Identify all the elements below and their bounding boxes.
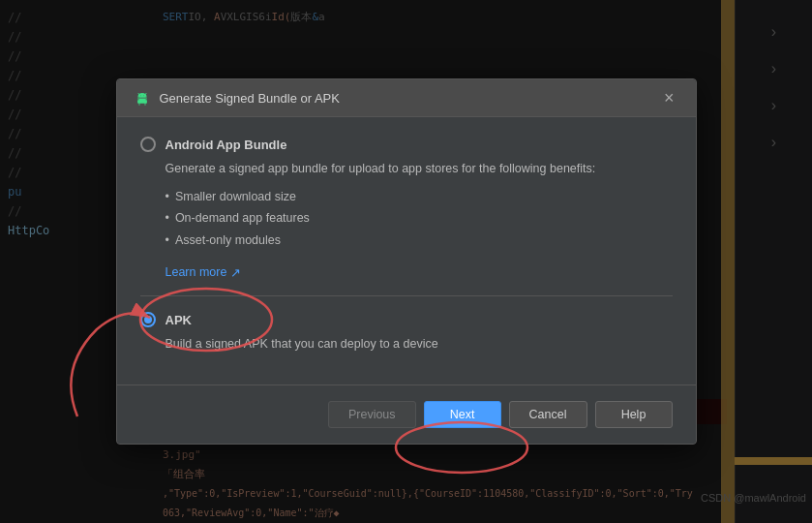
- benefits-list: Smaller download size On-demand app feat…: [165, 186, 673, 252]
- android-app-bundle-radio[interactable]: [140, 137, 156, 152]
- generate-signed-dialog: Generate Signed Bundle or APK × Android …: [116, 78, 697, 445]
- apk-description: Build a signed APK that you can deploy t…: [165, 335, 673, 354]
- benefit-item-2: On-demand app features: [165, 207, 673, 230]
- dialog-title-area: Generate Signed Bundle or APK: [133, 88, 340, 108]
- apk-radio[interactable]: [140, 312, 156, 327]
- android-app-bundle-label[interactable]: Android App Bundle: [140, 137, 673, 152]
- android-icon: [133, 88, 152, 108]
- cancel-button[interactable]: Cancel: [509, 401, 587, 428]
- bundle-description: Generate a signed app bundle for upload …: [165, 160, 673, 178]
- section-divider: [140, 295, 673, 296]
- benefit-item-3: Asset-only modules: [165, 230, 673, 252]
- dialog-footer: Previous Next Cancel Help: [117, 385, 696, 444]
- dialog-title-text: Generate Signed Bundle or APK: [160, 91, 340, 106]
- apk-option[interactable]: APK Build a signed APK that you can depl…: [140, 312, 673, 354]
- apk-label[interactable]: APK: [140, 312, 673, 327]
- dialog-body: Android App Bundle Generate a signed app…: [117, 117, 696, 385]
- learn-more-link[interactable]: Learn more ↗: [165, 265, 242, 280]
- apk-text: APK: [165, 313, 192, 327]
- previous-button[interactable]: Previous: [328, 401, 416, 428]
- android-app-bundle-text: Android App Bundle: [165, 138, 287, 152]
- dialog-titlebar: Generate Signed Bundle or APK ×: [117, 79, 696, 117]
- benefit-item-1: Smaller download size: [165, 186, 673, 208]
- help-button[interactable]: Help: [595, 401, 673, 428]
- android-app-bundle-option[interactable]: Android App Bundle Generate a signed app…: [140, 137, 673, 280]
- next-button[interactable]: Next: [424, 401, 501, 428]
- dialog-close-button[interactable]: ×: [658, 87, 680, 108]
- dialog-overlay: Generate Signed Bundle or APK × Android …: [0, 0, 812, 523]
